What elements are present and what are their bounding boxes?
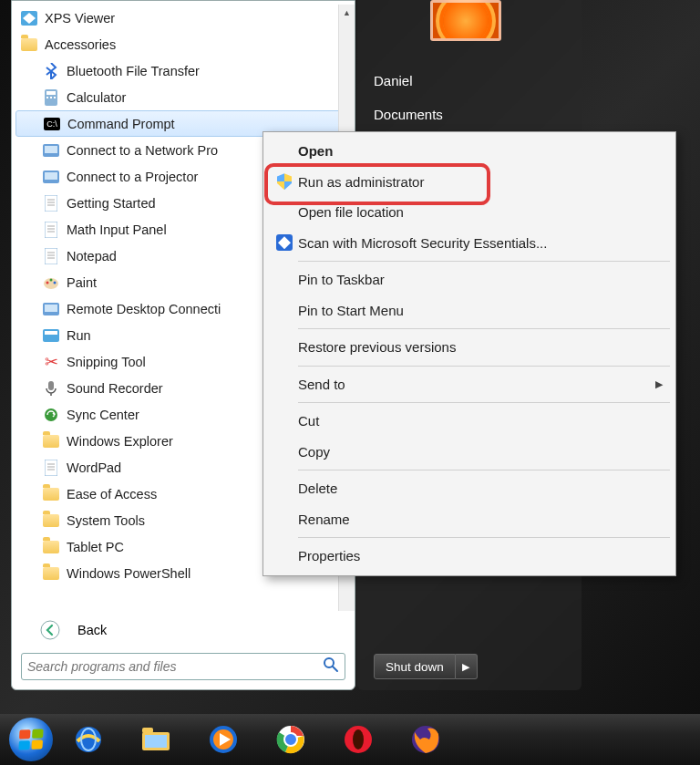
back-label: Back (77, 623, 107, 637)
xps-icon (19, 8, 39, 28)
program-label: Connect to a Network Pro (67, 143, 218, 158)
projector-icon (41, 167, 61, 187)
svg-rect-43 (142, 728, 153, 733)
bluetooth-icon (41, 61, 61, 81)
context-menu-item[interactable]: Open (265, 136, 674, 167)
back-button[interactable]: Back (12, 615, 355, 646)
getting-started-icon (41, 193, 61, 213)
svg-rect-19 (45, 248, 57, 264)
context-menu-label: Run as administrator (298, 174, 424, 190)
context-menu-item[interactable]: Pin to Start Menu (265, 295, 674, 326)
program-label: Tablet PC (67, 540, 124, 554)
menu-separator (298, 537, 670, 538)
context-menu-label: Pin to Taskbar (298, 272, 385, 287)
menu-separator (298, 470, 670, 470)
svg-rect-31 (48, 381, 54, 390)
paint-icon (41, 273, 61, 293)
taskbar-opera-icon[interactable] (326, 718, 390, 761)
taskbar-chrome-icon[interactable] (259, 718, 323, 761)
context-menu-item[interactable]: Rename (265, 504, 674, 535)
context-menu-label: Properties (298, 548, 360, 563)
user-picture[interactable] (430, 0, 501, 41)
network-icon (41, 140, 61, 160)
context-menu-label: Delete (298, 481, 337, 496)
folder-icon (41, 511, 61, 531)
shut-down-options-arrow[interactable]: ▶ (456, 654, 478, 679)
context-menu-label: Send to (298, 377, 345, 392)
menu-separator (298, 402, 670, 403)
rdp-icon (41, 299, 61, 319)
context-menu-label: Cut (298, 413, 319, 429)
program-label: Remote Desktop Connecti (67, 302, 221, 316)
svg-rect-33 (45, 460, 57, 476)
user-name-link[interactable]: Daniel (357, 64, 582, 98)
shut-down-button[interactable]: Shut down (374, 654, 456, 679)
run-icon (41, 326, 61, 346)
folder-icon (41, 563, 61, 584)
mse-icon (271, 234, 298, 251)
cmd-icon: C:\ (42, 114, 62, 134)
scroll-up-arrow[interactable]: ▲ (339, 5, 355, 21)
svg-rect-15 (45, 222, 57, 238)
start-button[interactable] (5, 714, 57, 765)
context-menu-label: Open (298, 143, 333, 159)
context-menu-item[interactable]: Copy (265, 437, 674, 468)
program-item[interactable]: Accessories (15, 31, 355, 57)
context-menu-item[interactable]: Send to (265, 369, 674, 400)
svg-rect-10 (45, 172, 57, 180)
context-menu: OpenRun as administratorOpen file locati… (262, 131, 676, 576)
program-label: Command Prompt (67, 117, 175, 131)
context-menu-item[interactable]: Pin to Taskbar (265, 264, 674, 295)
program-label: Snipping Tool (67, 355, 146, 369)
program-label: Accessories (45, 37, 116, 52)
context-menu-label: Open file location (298, 204, 404, 220)
taskbar-explorer-icon[interactable] (124, 718, 188, 761)
program-item[interactable]: Bluetooth File Transfer (15, 57, 355, 84)
menu-separator (298, 328, 670, 329)
program-label: Windows PowerShell (67, 566, 190, 581)
context-menu-item[interactable]: Open file location (265, 197, 674, 228)
program-label: Run (67, 328, 91, 343)
program-label: Sync Center (67, 408, 139, 422)
context-menu-item[interactable]: Run as administrator (265, 167, 674, 198)
svg-line-39 (333, 667, 337, 671)
context-menu-label: Rename (298, 512, 350, 527)
svg-point-25 (50, 278, 53, 281)
svg-rect-30 (45, 331, 57, 335)
program-item[interactable]: XPS Viewer (15, 5, 355, 31)
snipping-icon: ✂ (41, 352, 61, 372)
search-icon (323, 656, 339, 677)
search-box[interactable] (21, 653, 345, 680)
svg-rect-44 (145, 735, 167, 748)
program-label: Bluetooth File Transfer (67, 64, 200, 78)
context-menu-item[interactable]: Delete (265, 473, 674, 504)
program-label: XPS Viewer (45, 11, 115, 26)
documents-link[interactable]: Documents (357, 98, 582, 131)
search-input[interactable] (27, 659, 323, 674)
svg-rect-6 (54, 97, 56, 98)
svg-point-52 (353, 729, 364, 749)
program-label: Getting Started (67, 196, 156, 211)
program-label: Connect to a Projector (67, 170, 198, 184)
context-menu-item[interactable]: Properties (265, 541, 674, 572)
math-input-icon (41, 220, 61, 240)
menu-separator (298, 261, 670, 262)
taskbar-media-player-icon[interactable] (191, 718, 255, 761)
program-label: Ease of Access (67, 487, 157, 501)
taskbar-ie-icon[interactable] (57, 718, 120, 761)
explorer-icon (41, 431, 61, 451)
svg-point-24 (46, 281, 49, 284)
calculator-icon (41, 88, 61, 108)
program-label: Calculator (67, 90, 126, 105)
program-label: Math Input Panel (67, 222, 167, 237)
context-menu-item[interactable]: Cut (265, 406, 674, 437)
context-menu-item[interactable]: Restore previous versions (265, 332, 674, 363)
context-menu-label: Copy (298, 444, 330, 460)
context-menu-item[interactable]: Scan with Microsoft Security Essentials.… (265, 228, 674, 259)
folder-icon (19, 35, 39, 55)
program-item[interactable]: Calculator (15, 84, 355, 110)
context-menu-label: Scan with Microsoft Security Essentials.… (298, 235, 547, 251)
taskbar-firefox-icon[interactable] (394, 718, 458, 761)
svg-rect-11 (45, 195, 57, 212)
svg-point-32 (45, 408, 57, 421)
